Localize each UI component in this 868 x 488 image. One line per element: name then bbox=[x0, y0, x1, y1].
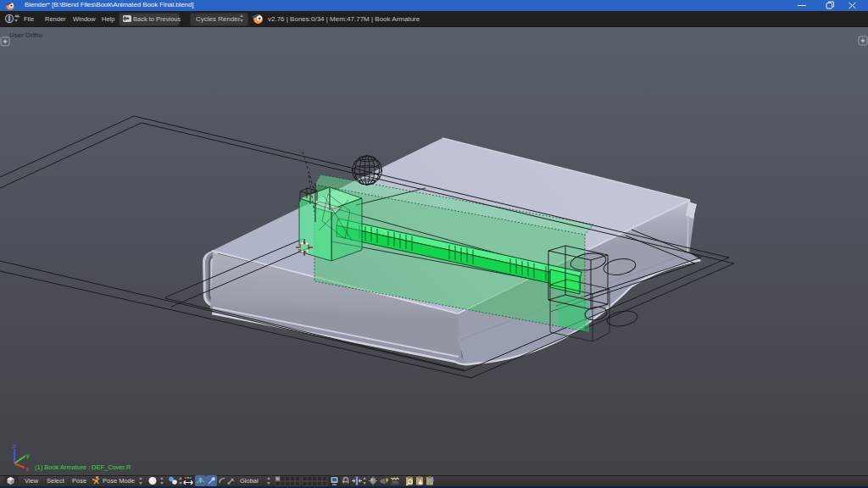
svg-text:x: x bbox=[25, 465, 29, 473]
svg-text:y: y bbox=[26, 452, 30, 459]
svg-text:User Ortho: User Ortho bbox=[9, 31, 43, 39]
svg-text:(1) Book Armature : DEF_Cover.: (1) Book Armature : DEF_Cover.R bbox=[35, 463, 131, 471]
svg-text:z: z bbox=[13, 442, 16, 450]
